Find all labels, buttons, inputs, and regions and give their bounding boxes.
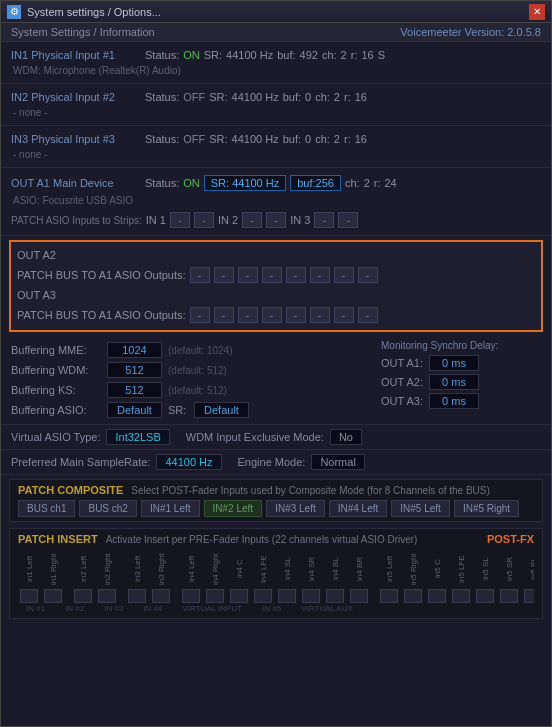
insert-ch-label-in5sl: in5 SL	[481, 549, 490, 589]
insert-ch-btn-in4c[interactable]	[230, 589, 248, 603]
preferred-sr-value[interactable]: 44100 Hz	[156, 454, 221, 470]
mme-default: (default: 1024)	[168, 345, 233, 356]
in3-status: OFF	[183, 133, 205, 145]
out-a3-id: OUT A3	[17, 289, 56, 301]
in4-left-button[interactable]: IN#4 Left	[329, 500, 388, 517]
in3-driver: - none -	[11, 148, 541, 163]
ks-value[interactable]: 512	[107, 382, 162, 398]
a3-btn8[interactable]: -	[358, 307, 378, 323]
a2-btn8[interactable]: -	[358, 267, 378, 283]
a3-btn5[interactable]: -	[286, 307, 306, 323]
title-bar: ⚙ System settings / Options... ✕	[1, 1, 551, 23]
mme-value[interactable]: 1024	[107, 342, 162, 358]
a2-btn3[interactable]: -	[238, 267, 258, 283]
patch-in1-btn2[interactable]: -	[194, 212, 214, 228]
insert-ch-btn-in4sl[interactable]	[278, 589, 296, 603]
in1-label: IN1 Physical Input #1	[11, 49, 141, 61]
patch-in1-btn1[interactable]: -	[170, 212, 190, 228]
extra-settings-row1: Virtual ASIO Type: Int32LSB WDM Input Ex…	[1, 425, 551, 450]
in2-status: OFF	[183, 91, 205, 103]
a2-btn7[interactable]: -	[334, 267, 354, 283]
engine-mode-value[interactable]: Normal	[311, 454, 364, 470]
virtual-asio-setting: Virtual ASIO Type: Int32LSB	[11, 429, 170, 445]
insert-ch-btn-in3r[interactable]	[152, 589, 170, 603]
a2-btn4[interactable]: -	[262, 267, 282, 283]
out-a1-label: OUT A1 Main Device	[11, 177, 141, 189]
a2-btn2[interactable]: -	[214, 267, 234, 283]
bottom-in3: IN #3	[104, 604, 123, 613]
insert-ch-btn-in3l[interactable]	[128, 589, 146, 603]
mme-row: Buffering MME: 1024 (default: 1024)	[11, 340, 371, 360]
insert-ch-label-in4lfe: in4 LFE	[259, 549, 268, 589]
a2-btn5[interactable]: -	[286, 267, 306, 283]
virtual-asio-value[interactable]: Int32LSB	[106, 429, 169, 445]
insert-ch-label-in4r: in4 Right	[211, 549, 220, 589]
bottom-virtual-aux: VIRTUAL AUX	[301, 604, 353, 613]
a3-btn4[interactable]: -	[262, 307, 282, 323]
insert-ch-in4bl: in4 BL	[324, 549, 346, 603]
insert-ch-btn-in4l[interactable]	[182, 589, 200, 603]
insert-ch-btn-in1r[interactable]	[44, 589, 62, 603]
out-a1-buf: buf:256	[290, 175, 341, 191]
a2-btn1[interactable]: -	[190, 267, 210, 283]
in2-r: 16	[355, 91, 367, 103]
insert-ch-btn-in2l[interactable]	[74, 589, 92, 603]
insert-ch-btn-in5sr[interactable]	[500, 589, 518, 603]
in2-left-button[interactable]: IN#2 Left	[204, 500, 263, 517]
insert-ch-btn-in4sr[interactable]	[302, 589, 320, 603]
patch-in3-btn2[interactable]: -	[338, 212, 358, 228]
insert-ch-in3l: in3 Left	[126, 549, 148, 603]
patch-composite-header: PATCH COMPOSITE Select POST-Fader Inputs…	[18, 484, 534, 496]
sr-value[interactable]: Default	[194, 402, 249, 418]
asio-value[interactable]: Default	[107, 402, 162, 418]
wdm-exclusive-setting: WDM Input Exclusive Mode: No	[186, 429, 362, 445]
in5-right-button[interactable]: IN#5 Right	[454, 500, 519, 517]
patch-in2-btn2[interactable]: -	[266, 212, 286, 228]
buffering-col: Buffering MME: 1024 (default: 1024) Buff…	[11, 340, 371, 420]
insert-ch-btn-in5lfe[interactable]	[452, 589, 470, 603]
close-button[interactable]: ✕	[529, 4, 545, 20]
main-window: ⚙ System settings / Options... ✕ System …	[0, 0, 552, 727]
in5-left-button[interactable]: IN#5 Left	[391, 500, 450, 517]
mon-a3-value: 0 ms	[429, 393, 479, 409]
insert-ch-btn-in4lfe[interactable]	[254, 589, 272, 603]
in3-left-button[interactable]: IN#3 Left	[266, 500, 325, 517]
insert-ch-btn-in5r[interactable]	[404, 589, 422, 603]
orange-patch-section: OUT A2 PATCH BUS TO A1 ASIO Outputs: - -…	[9, 240, 543, 332]
insert-ch-btn-in1l[interactable]	[20, 589, 38, 603]
a3-btn6[interactable]: -	[310, 307, 330, 323]
a3-btn7[interactable]: -	[334, 307, 354, 323]
insert-ch-btn-in4r[interactable]	[206, 589, 224, 603]
insert-ch-btn-in4br[interactable]	[350, 589, 368, 603]
in2-section: IN2 Physical Input #2 Status: OFF SR: 44…	[1, 84, 551, 126]
in3-r: 16	[355, 133, 367, 145]
in1-left-button[interactable]: IN#1 Left	[141, 500, 200, 517]
insert-ch-btn-in5bl[interactable]	[524, 589, 534, 603]
in2-label: IN2 Physical Input #2	[11, 91, 141, 103]
a3-btn2[interactable]: -	[214, 307, 234, 323]
insert-ch-btn-in2r[interactable]	[98, 589, 116, 603]
a3-btn1[interactable]: -	[190, 307, 210, 323]
a2-btn6[interactable]: -	[310, 267, 330, 283]
header-left: System Settings / Information	[11, 26, 155, 38]
insert-ch-in2r: in2 Right	[96, 549, 118, 603]
insert-ch-btn-in4bl[interactable]	[326, 589, 344, 603]
a3-btn3[interactable]: -	[238, 307, 258, 323]
bus-ch2-button[interactable]: BUS ch2	[79, 500, 136, 517]
wdm-value[interactable]: 512	[107, 362, 162, 378]
insert-ch-label-in2r: in2 Right	[103, 549, 112, 589]
insert-ch-label-in5lfe: in5 LFE	[457, 549, 466, 589]
in2-sr: 44100 Hz	[232, 91, 279, 103]
insert-ch-in5r: in5 Right	[402, 549, 424, 603]
insert-ch-btn-in5sl[interactable]	[476, 589, 494, 603]
bus-ch1-button[interactable]: BUS ch1	[18, 500, 75, 517]
in2-status-label: Status:	[145, 91, 179, 103]
mon-a2-value: 0 ms	[429, 374, 479, 390]
patch-in3-btn1[interactable]: -	[314, 212, 334, 228]
wdm-exclusive-value[interactable]: No	[330, 429, 362, 445]
insert-ch-btn-in5c[interactable]	[428, 589, 446, 603]
patch-in2-btn1[interactable]: -	[242, 212, 262, 228]
in3-r-label: r:	[344, 133, 351, 145]
insert-ch-label-in4c: in4 C	[235, 549, 244, 589]
insert-ch-btn-in5l[interactable]	[380, 589, 398, 603]
